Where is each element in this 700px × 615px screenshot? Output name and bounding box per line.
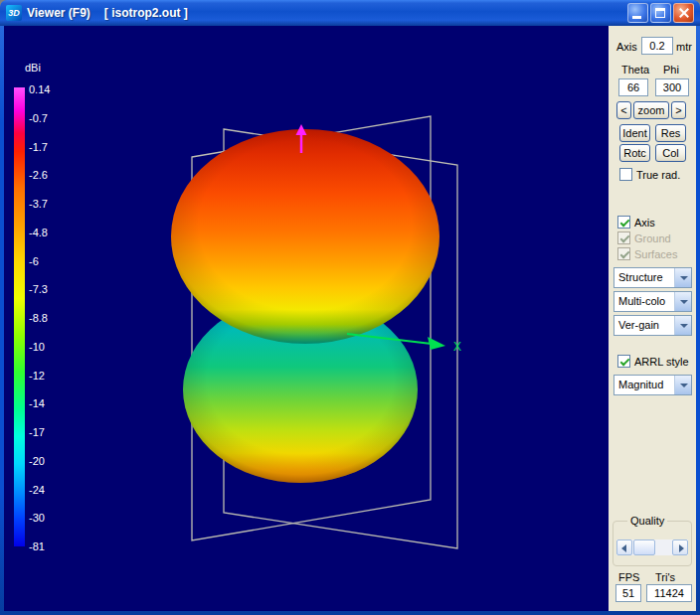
axis-length-label: Axis [616,41,637,53]
theta-label: Theta [621,64,649,76]
ident-button[interactable]: Ident [619,124,650,142]
coloring-dropdown-value: Multi-colo [618,295,665,307]
colorbar-label: -3.7 [29,199,50,210]
colorbar-label: -30 [29,513,50,524]
axis-checkbox-box [617,216,630,229]
app-icon-label: 3D [8,8,20,18]
colorbar-label: -20 [29,456,50,467]
quality-group: Quality [612,521,692,566]
app-icon: 3D [6,5,22,21]
phi-input[interactable] [655,78,689,96]
ground-checkbox: Ground [617,231,671,244]
tris-value-input[interactable] [646,584,692,602]
maximize-button[interactable] [650,3,671,23]
gain-type-dropdown[interactable]: Ver-gain [613,315,692,336]
zoom-in-button[interactable]: > [671,101,686,119]
true-rad-checkbox[interactable]: True rad. [619,168,680,181]
window-title: Viewer (F9) [27,6,90,20]
quality-scroll-left-button[interactable] [616,539,632,555]
axis-length-input[interactable] [641,37,673,55]
fps-value-input[interactable] [615,584,641,602]
quality-group-label: Quality [627,515,667,527]
quality-scrollbar[interactable] [616,539,688,555]
colorbar-label: -24 [29,485,50,496]
coloring-dropdown[interactable]: Multi-colo [613,291,692,312]
right-arrow-icon [679,544,684,552]
colorbar-gradient [14,87,25,546]
minimize-icon [632,16,641,19]
minimize-button[interactable] [627,3,648,23]
3d-view[interactable]: X dBi 0.14 -0.7 -1.7 -2.6 [4,26,609,611]
x-axis-label: X [453,340,461,354]
axis-unit-label: mtr [676,41,692,53]
colorbar-label: -8.8 [29,313,50,324]
magnitude-dropdown[interactable]: Magnitud [613,375,692,395]
zoom-out-button[interactable]: < [616,101,631,119]
arrl-style-checkbox[interactable]: ARRL style [617,355,689,368]
magnitude-dropdown-arrow-icon[interactable] [674,376,691,394]
phi-label: Phi [663,64,679,76]
zoom-button[interactable]: zoom [633,101,669,119]
ground-checkbox-label: Ground [634,232,671,244]
window-controls [627,3,694,23]
colorbar-label: -1.7 [29,142,50,153]
close-button[interactable] [673,3,694,23]
viewer-window: 3D Viewer (F9) [ isotrop2.out ] [0,0,700,615]
x-axis-arrowhead-icon [428,337,445,350]
colorbar-label: -81 [29,541,50,552]
colorbar-label: -6 [29,256,50,267]
structure-dropdown-arrow-icon[interactable] [674,268,691,287]
tris-label: Tri's [655,571,675,583]
res-button[interactable]: Res [655,124,686,142]
structure-dropdown-value: Structure [618,271,663,283]
colorbar-label: -17 [29,427,50,438]
col-button[interactable]: Col [655,144,686,162]
surfaces-checkbox-label: Surfaces [634,248,677,260]
colorbar-labels: 0.14 -0.7 -1.7 -2.6 -3.7 -4.8 -6 -7.3 -8… [29,84,50,552]
theta-input[interactable] [618,78,648,96]
maximize-icon [655,8,665,18]
pattern-upper-lobe [171,129,439,344]
true-rad-checkbox-label: True rad. [636,169,680,181]
gain-type-dropdown-value: Ver-gain [618,319,659,331]
axis-checkbox-label: Axis [634,217,655,229]
radiation-pattern-canvas: X [4,26,609,611]
colorbar-label: -7.3 [29,284,50,295]
arrl-style-checkbox-label: ARRL style [634,356,689,368]
true-rad-checkbox-box [619,168,632,181]
axis-checkbox[interactable]: Axis [617,216,655,229]
colorbar-unit-label: dBi [25,62,41,74]
quality-scroll-right-button[interactable] [672,539,688,555]
colorbar-label: -14 [29,398,50,409]
quality-scrollbar-thumb[interactable] [633,539,655,555]
close-icon [674,4,693,22]
structure-dropdown[interactable]: Structure [613,267,692,288]
colorbar-label: 0.14 [29,84,50,95]
titlebar[interactable]: 3D Viewer (F9) [ isotrop2.out ] [0,0,700,26]
window-subtitle: [ isotrop2.out ] [104,6,188,20]
ground-checkbox-box [617,231,630,244]
control-panel: Axis mtr Theta Phi < zoom > Ident Res Ro… [609,26,696,611]
surfaces-checkbox-box [617,247,630,260]
rotc-button[interactable]: Rotc [619,144,650,162]
client-area: X dBi 0.14 -0.7 -1.7 -2.6 [4,26,696,611]
magnitude-dropdown-value: Magnitud [618,379,663,390]
coloring-dropdown-arrow-icon[interactable] [674,292,691,311]
colorbar-label: -10 [29,342,50,353]
gain-type-dropdown-arrow-icon[interactable] [674,316,691,335]
colorbar-label: -2.6 [29,170,50,181]
colorbar-label: -4.8 [29,228,50,238]
arrl-style-checkbox-box [617,355,630,368]
left-arrow-icon [621,544,626,552]
surfaces-checkbox: Surfaces [617,247,677,260]
fps-label: FPS [618,571,639,583]
colorbar-label: -0.7 [29,113,50,124]
colorbar-label: -12 [29,371,50,382]
